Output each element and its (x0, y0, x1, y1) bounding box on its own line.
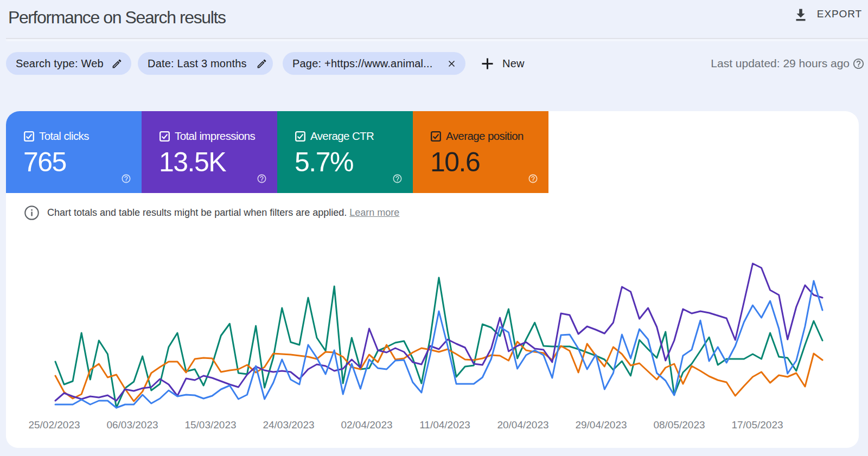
svg-text:17/05/2023: 17/05/2023 (731, 419, 783, 431)
svg-text:02/04/2023: 02/04/2023 (341, 419, 392, 431)
svg-text:25/02/2023: 25/02/2023 (28, 419, 80, 431)
svg-text:20/04/2023: 20/04/2023 (497, 419, 548, 431)
svg-text:11/04/2023: 11/04/2023 (419, 419, 470, 431)
svg-text:08/05/2023: 08/05/2023 (653, 419, 705, 431)
svg-text:29/04/2023: 29/04/2023 (575, 419, 627, 431)
svg-text:15/03/2023: 15/03/2023 (184, 419, 236, 431)
svg-text:06/03/2023: 06/03/2023 (106, 419, 158, 431)
svg-text:24/03/2023: 24/03/2023 (263, 419, 314, 431)
